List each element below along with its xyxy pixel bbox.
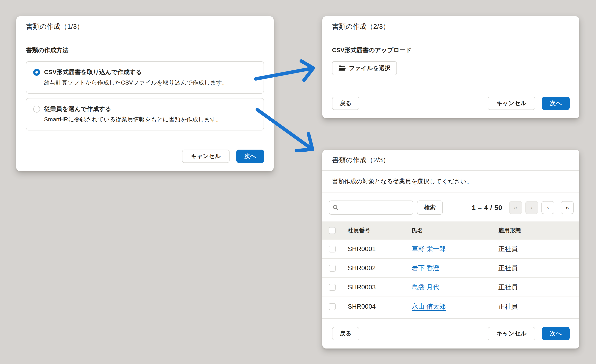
employee-search-toolbar: 検索 1 – 4 / 50 « ‹ › » [322, 193, 579, 222]
column-header-name: 氏名 [412, 227, 498, 234]
dialog-employee-select: 書類の作成（2/3） 書類作成の対象となる従業員を選択してください。 検索 1 … [322, 150, 579, 349]
dialog-csv-upload-body: CSV形式届書のアップロード ファイルを選択 [322, 37, 579, 75]
next-page-button[interactable]: › [541, 201, 554, 214]
last-page-button[interactable]: » [561, 201, 574, 214]
select-all-checkbox[interactable] [329, 227, 336, 234]
employee-id: SHR0004 [348, 303, 412, 310]
first-page-button[interactable]: « [509, 201, 522, 214]
upload-section-label: CSV形式届書のアップロード [332, 46, 412, 54]
employee-id: SHR0002 [348, 264, 412, 272]
dialog-employee-select-header: 書類の作成（2/3） [322, 150, 579, 171]
option-csv-import-texts: CSV形式届書を取り込んで作成する 給与計算ソフトから作成したCSVファイルを取… [44, 68, 228, 87]
employee-name-link[interactable]: 永山 侑太郎 [412, 302, 498, 311]
pagination-range: 1 – 4 / 50 [472, 204, 502, 212]
next-button[interactable]: 次へ [236, 149, 264, 163]
back-button[interactable]: 戻る [332, 327, 359, 340]
dialog-step1-header: 書類の作成（1/3） [16, 16, 274, 37]
double-chevron-left-icon: « [514, 204, 517, 211]
next-button[interactable]: 次へ [542, 327, 570, 340]
employee-table-header: 社員番号 氏名 雇用形態 [322, 222, 579, 240]
double-chevron-right-icon: » [565, 204, 569, 211]
table-row: SHR0001 草野 栄一郎 正社員 [322, 240, 579, 259]
cancel-button[interactable]: キャンセル [488, 97, 535, 110]
dialog-title: 書類の作成（2/3） [332, 156, 390, 165]
cancel-button[interactable]: キャンセル [488, 327, 535, 340]
file-select-label: ファイルを選択 [349, 64, 390, 72]
table-row: SHR0003 島袋 月代 正社員 [322, 278, 579, 297]
folder-open-icon [338, 65, 346, 71]
prev-page-button[interactable]: ‹ [525, 201, 538, 214]
option-csv-import[interactable]: CSV形式届書を取り込んで作成する 給与計算ソフトから作成したCSVファイルを取… [26, 61, 264, 94]
employment-type: 正社員 [498, 245, 570, 253]
dialog-step1: 書類の作成（1/3） 書類の作成方法 CSV形式届書を取り込んで作成する 給与計… [16, 16, 274, 171]
option-select-employees[interactable]: 従業員を選んで作成する SmartHRに登録されている従業員情報をもとに書類を作… [26, 98, 264, 130]
option-description: SmartHRに登録されている従業員情報をもとに書類を作成します。 [44, 115, 222, 124]
employment-type: 正社員 [498, 302, 570, 311]
dialog-csv-upload-footer: 戻る キャンセル 次へ [322, 88, 579, 118]
employment-type: 正社員 [498, 264, 570, 273]
dialog-title: 書類の作成（1/3） [26, 22, 83, 31]
option-select-employees-texts: 従業員を選んで作成する SmartHRに登録されている従業員情報をもとに書類を作… [44, 105, 222, 124]
dialog-step1-body: 書類の作成方法 CSV形式届書を取り込んで作成する 給与計算ソフトから作成したC… [16, 37, 274, 130]
column-header-employment-type: 雇用形態 [498, 227, 570, 234]
search-input[interactable] [329, 201, 413, 215]
radio-selected-icon[interactable] [33, 69, 40, 76]
file-select-button[interactable]: ファイルを選択 [332, 61, 397, 75]
search-field-wrap [329, 201, 413, 215]
chevron-left-icon: ‹ [531, 204, 533, 211]
dialog-title: 書類の作成（2/3） [332, 22, 390, 31]
option-label: CSV形式届書を取り込んで作成する [44, 68, 228, 76]
dialog-description: 書類作成の対象となる従業員を選択してください。 [322, 171, 579, 193]
row-checkbox[interactable] [329, 303, 336, 310]
row-checkbox[interactable] [329, 246, 336, 253]
employee-name-link[interactable]: 草野 栄一郎 [412, 245, 498, 253]
table-row: SHR0004 永山 侑太郎 正社員 [322, 297, 579, 316]
employee-table: 社員番号 氏名 雇用形態 SHR0001 草野 栄一郎 正社員 SHR0002 … [322, 222, 579, 316]
screen: 書類の作成（1/3） 書類の作成方法 CSV形式届書を取り込んで作成する 給与計… [0, 0, 596, 364]
dialog-step1-footer: キャンセル 次へ [16, 141, 274, 171]
employee-id: SHR0003 [348, 283, 412, 291]
employment-type: 正社員 [498, 283, 570, 292]
row-checkbox[interactable] [329, 265, 336, 272]
back-button[interactable]: 戻る [332, 97, 359, 110]
cancel-button[interactable]: キャンセル [182, 149, 230, 163]
dialog-employee-select-footer: 戻る キャンセル 次へ [322, 318, 579, 349]
option-description: 給与計算ソフトから作成したCSVファイルを取り込んで作成します。 [44, 78, 228, 87]
dialog-csv-upload: 書類の作成（2/3） CSV形式届書のアップロード ファイルを選択 戻る キャン… [322, 16, 579, 118]
creation-method-label: 書類の作成方法 [26, 46, 264, 54]
search-button[interactable]: 検索 [417, 201, 443, 215]
chevron-right-icon: › [547, 204, 549, 211]
table-row: SHR0002 岩下 香澄 正社員 [322, 259, 579, 278]
dialog-csv-upload-header: 書類の作成（2/3） [322, 16, 579, 37]
column-header-employee-id: 社員番号 [348, 227, 412, 234]
employee-name-link[interactable]: 島袋 月代 [412, 283, 498, 292]
employee-name-link[interactable]: 岩下 香澄 [412, 264, 498, 273]
next-button[interactable]: 次へ [542, 97, 570, 110]
row-checkbox[interactable] [329, 284, 336, 291]
search-icon [332, 204, 339, 211]
employee-id: SHR0001 [348, 245, 412, 253]
radio-unselected-icon[interactable] [33, 106, 40, 112]
option-label: 従業員を選んで作成する [44, 105, 222, 113]
